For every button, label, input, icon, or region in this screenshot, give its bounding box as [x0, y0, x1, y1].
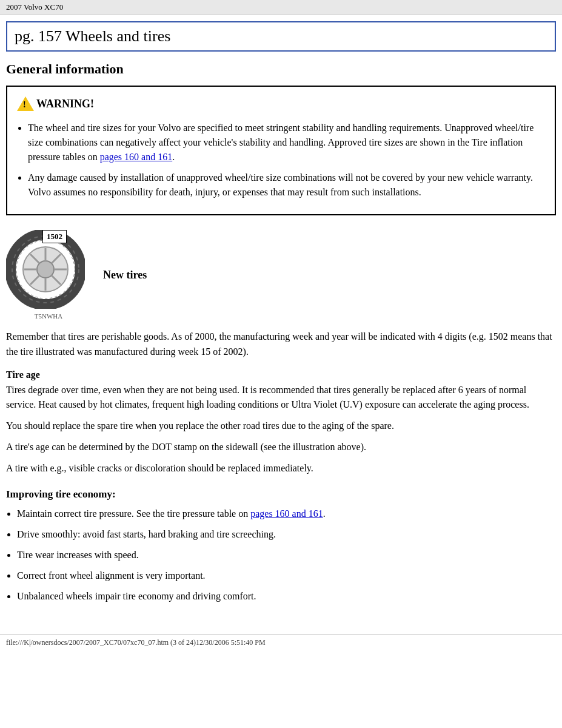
page-title-box: pg. 157 Wheels and tires [6, 21, 556, 52]
warning-bullet-1: The wheel and tire sizes for your Volvo … [28, 121, 545, 164]
tire-age-section: Tire age Tires degrade over time, even w… [6, 369, 556, 476]
tire-footnote: T5NWHA [6, 312, 91, 320]
economy-bullet-2: Drive smoothly: avoid fast starts, hard … [17, 527, 556, 542]
tire-label: 1502 [47, 232, 62, 241]
tire-economy-heading: Improving tire economy: [6, 488, 556, 500]
tire-economy-list: Maintain correct tire pressure. See the … [17, 507, 556, 604]
tire-economy-section: Improving tire economy: Maintain correct… [6, 488, 556, 604]
section-heading: General information [6, 61, 556, 77]
economy-bullet-1-end: . [323, 508, 326, 519]
footer: file:///K|/ownersdocs/2007/2007_XC70/07x… [0, 634, 562, 651]
tire-age-text3: A tire's age can be determined by the DO… [6, 440, 556, 455]
economy-link-1[interactable]: pages 160 and 161 [250, 508, 323, 519]
top-bar-title: 2007 Volvo XC70 [6, 2, 63, 12]
economy-bullet-1: Maintain correct tire pressure. See the … [17, 507, 556, 521]
page-title: pg. 157 Wheels and tires [15, 27, 170, 45]
warning-box: ! WARNING! The wheel and tire sizes for … [6, 86, 556, 215]
tire-age-text4: A tire with e.g., visible cracks or disc… [6, 461, 556, 476]
footer-text: file:///K|/ownersdocs/2007/2007_XC70/07x… [6, 638, 266, 647]
tire-label-box: 1502 [42, 230, 67, 243]
warning-link-1[interactable]: pages 160 and 161 [100, 152, 173, 162]
tire-section: 1502 [6, 230, 556, 320]
warning-icon: ! [17, 95, 34, 112]
main-content: General information ! WARNING! The wheel… [0, 61, 562, 616]
warning-label: WARNING! [36, 98, 94, 110]
new-tires-label: New tires [103, 269, 147, 281]
top-bar: 2007 Volvo XC70 [0, 0, 562, 15]
warning-list: The wheel and tire sizes for your Volvo … [28, 121, 545, 200]
svg-point-4 [37, 261, 54, 278]
warning-title: ! WARNING! [17, 95, 545, 112]
tire-image-container: 1502 [6, 230, 91, 320]
warning-bullet-2: Any damage caused by installation of una… [28, 170, 545, 200]
tire-age-text2: You should replace the spare tire when y… [6, 419, 556, 434]
economy-bullet-3: Tire wear increases with speed. [17, 548, 556, 562]
paragraph-1: Remember that tires are perishable goods… [6, 329, 556, 360]
economy-bullet-1-text: Maintain correct tire pressure. See the … [17, 508, 250, 519]
warning-exclaim: ! [23, 100, 26, 110]
economy-bullet-4: Correct front wheel alignment is very im… [17, 568, 556, 583]
warning-bullet-1-end: . [172, 152, 175, 162]
economy-bullet-5: Unbalanced wheels impair tire economy an… [17, 589, 556, 604]
tire-age-text1: Tires degrade over time, even when they … [6, 383, 556, 413]
tire-age-heading: Tire age [6, 369, 556, 380]
